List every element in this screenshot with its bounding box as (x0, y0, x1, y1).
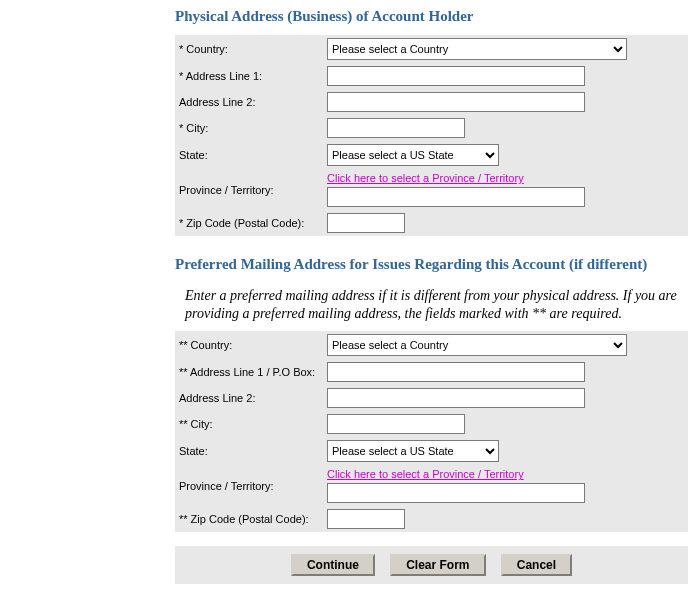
mailing-address1-label: ** Address Line 1 / P.O Box: (175, 359, 323, 385)
mailing-province-label: Province / Territory: (175, 465, 323, 506)
physical-address-form: * Country: Please select a Country * Add… (175, 35, 688, 236)
cancel-button[interactable]: Cancel (501, 554, 572, 576)
physical-province-input[interactable] (327, 187, 585, 207)
physical-province-label: Province / Territory: (175, 169, 323, 210)
button-bar: Continue Clear Form Cancel (175, 546, 688, 584)
physical-zip-input[interactable] (327, 213, 405, 233)
mailing-country-select[interactable]: Please select a Country (327, 334, 627, 356)
mailing-address-heading: Preferred Mailing Address for Issues Reg… (175, 256, 688, 273)
physical-state-select[interactable]: Please select a US State (327, 144, 499, 166)
physical-state-label: State: (175, 141, 323, 169)
mailing-address1-input[interactable] (327, 362, 585, 382)
physical-address-heading: Physical Address (Business) of Account H… (175, 8, 688, 25)
physical-zip-label: * Zip Code (Postal Code): (175, 210, 323, 236)
mailing-address2-input[interactable] (327, 388, 585, 408)
mailing-address-form: ** Country: Please select a Country ** A… (175, 331, 688, 532)
mailing-zip-label: ** Zip Code (Postal Code): (175, 506, 323, 532)
mailing-state-label: State: (175, 437, 323, 465)
mailing-state-select[interactable]: Please select a US State (327, 440, 499, 462)
physical-address2-input[interactable] (327, 92, 585, 112)
mailing-country-label: ** Country: (175, 331, 323, 359)
mailing-zip-input[interactable] (327, 509, 405, 529)
mailing-address2-label: Address Line 2: (175, 385, 323, 411)
physical-country-label: * Country: (175, 35, 323, 63)
physical-city-input[interactable] (327, 118, 465, 138)
continue-button[interactable]: Continue (291, 554, 375, 576)
mailing-city-label: ** City: (175, 411, 323, 437)
physical-country-select[interactable]: Please select a Country (327, 38, 627, 60)
physical-address1-label: * Address Line 1: (175, 63, 323, 89)
physical-address1-input[interactable] (327, 66, 585, 86)
mailing-city-input[interactable] (327, 414, 465, 434)
mailing-province-input[interactable] (327, 483, 585, 503)
physical-city-label: * City: (175, 115, 323, 141)
physical-province-link[interactable]: Click here to select a Province / Territ… (327, 172, 524, 184)
clear-form-button[interactable]: Clear Form (390, 554, 485, 576)
mailing-instruction: Enter a preferred mailing address if it … (175, 283, 688, 331)
physical-address2-label: Address Line 2: (175, 89, 323, 115)
mailing-province-link[interactable]: Click here to select a Province / Territ… (327, 468, 524, 480)
